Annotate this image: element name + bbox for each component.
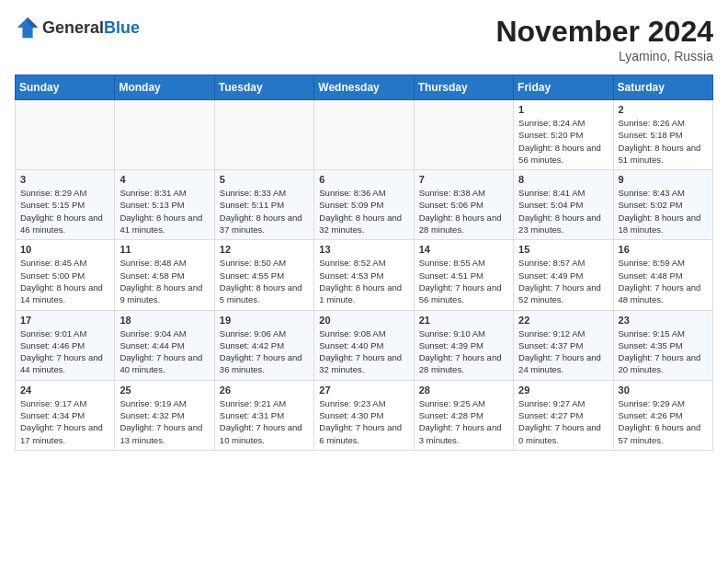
month-title: November 2024: [495, 15, 713, 49]
day-number: 20: [319, 315, 408, 326]
day-number: 25: [119, 385, 209, 396]
calendar-day-cell: 20Sunrise: 9:08 AM Sunset: 4:40 PM Dayli…: [314, 310, 414, 380]
logo-text: GeneralBlue: [42, 18, 140, 38]
day-info: Sunrise: 8:55 AM Sunset: 4:51 PM Dayligh…: [419, 257, 508, 305]
day-info: Sunrise: 8:29 AM Sunset: 5:15 PM Dayligh…: [20, 187, 109, 236]
day-number: 28: [419, 385, 508, 396]
calendar-day-cell: 5Sunrise: 8:33 AM Sunset: 5:11 PM Daylig…: [214, 170, 313, 240]
day-number: 13: [319, 244, 408, 255]
day-number: 30: [619, 385, 708, 396]
day-number: 6: [319, 174, 408, 185]
day-info: Sunrise: 9:12 AM Sunset: 4:37 PM Dayligh…: [518, 327, 608, 376]
day-number: 9: [619, 174, 708, 185]
page-header: GeneralBlue November 2024 Lyamino, Russi…: [15, 15, 713, 63]
calendar-day-cell: [115, 100, 214, 170]
day-number: 29: [518, 385, 608, 396]
calendar-day-cell: 30Sunrise: 9:29 AM Sunset: 4:26 PM Dayli…: [613, 380, 712, 450]
day-number: 12: [220, 244, 309, 255]
day-number: 5: [220, 174, 309, 185]
day-info: Sunrise: 9:10 AM Sunset: 4:39 PM Dayligh…: [419, 327, 508, 376]
day-of-week-header: Tuesday: [214, 75, 313, 100]
logo-general: General: [42, 18, 104, 37]
day-number: 4: [119, 174, 209, 185]
day-number: 19: [220, 315, 309, 326]
day-number: 14: [419, 244, 508, 255]
day-number: 22: [518, 315, 608, 326]
calendar-day-cell: 28Sunrise: 9:25 AM Sunset: 4:28 PM Dayli…: [414, 380, 513, 450]
day-info: Sunrise: 9:17 AM Sunset: 4:34 PM Dayligh…: [20, 397, 109, 446]
day-number: 11: [119, 244, 209, 255]
calendar-day-cell: [214, 100, 313, 170]
calendar-day-cell: 10Sunrise: 8:45 AM Sunset: 5:00 PM Dayli…: [16, 240, 115, 310]
calendar-day-cell: 25Sunrise: 9:19 AM Sunset: 4:32 PM Dayli…: [115, 380, 214, 450]
day-info: Sunrise: 8:26 AM Sunset: 5:18 PM Dayligh…: [619, 117, 708, 166]
logo-blue: Blue: [104, 18, 140, 37]
calendar-day-cell: 8Sunrise: 8:41 AM Sunset: 5:04 PM Daylig…: [514, 170, 613, 240]
day-info: Sunrise: 9:27 AM Sunset: 4:27 PM Dayligh…: [518, 397, 608, 446]
day-of-week-header: Saturday: [613, 75, 712, 100]
calendar-day-cell: 26Sunrise: 9:21 AM Sunset: 4:31 PM Dayli…: [214, 380, 313, 450]
day-number: 27: [319, 385, 408, 396]
day-number: 24: [20, 385, 109, 396]
day-of-week-header: Sunday: [16, 75, 115, 100]
day-info: Sunrise: 8:50 AM Sunset: 4:55 PM Dayligh…: [220, 257, 309, 305]
logo-icon: [15, 15, 40, 40]
calendar-day-cell: 18Sunrise: 9:04 AM Sunset: 4:44 PM Dayli…: [115, 310, 214, 380]
day-info: Sunrise: 9:08 AM Sunset: 4:40 PM Dayligh…: [319, 327, 408, 376]
calendar-day-cell: [314, 100, 414, 170]
calendar-day-cell: 14Sunrise: 8:55 AM Sunset: 4:51 PM Dayli…: [414, 240, 513, 310]
calendar-day-cell: 17Sunrise: 9:01 AM Sunset: 4:46 PM Dayli…: [16, 310, 115, 380]
day-info: Sunrise: 8:45 AM Sunset: 5:00 PM Dayligh…: [20, 257, 109, 305]
day-info: Sunrise: 9:25 AM Sunset: 4:28 PM Dayligh…: [419, 397, 508, 446]
day-number: 2: [619, 104, 708, 115]
day-number: 10: [20, 244, 109, 255]
calendar-day-cell: 7Sunrise: 8:38 AM Sunset: 5:06 PM Daylig…: [414, 170, 513, 240]
calendar-week-row: 1Sunrise: 8:24 AM Sunset: 5:20 PM Daylig…: [16, 100, 713, 170]
calendar-day-cell: 19Sunrise: 9:06 AM Sunset: 4:42 PM Dayli…: [214, 310, 313, 380]
calendar-day-cell: 1Sunrise: 8:24 AM Sunset: 5:20 PM Daylig…: [514, 100, 613, 170]
calendar-day-cell: 9Sunrise: 8:43 AM Sunset: 5:02 PM Daylig…: [613, 170, 712, 240]
day-number: 23: [619, 315, 708, 326]
day-info: Sunrise: 8:24 AM Sunset: 5:20 PM Dayligh…: [518, 117, 608, 166]
day-info: Sunrise: 9:19 AM Sunset: 4:32 PM Dayligh…: [119, 397, 209, 446]
day-info: Sunrise: 9:01 AM Sunset: 4:46 PM Dayligh…: [20, 327, 109, 376]
calendar-day-cell: 16Sunrise: 8:59 AM Sunset: 4:48 PM Dayli…: [613, 240, 712, 310]
calendar-day-cell: [414, 100, 513, 170]
calendar-week-row: 17Sunrise: 9:01 AM Sunset: 4:46 PM Dayli…: [16, 310, 713, 380]
calendar-day-cell: 2Sunrise: 8:26 AM Sunset: 5:18 PM Daylig…: [613, 100, 712, 170]
calendar-week-row: 24Sunrise: 9:17 AM Sunset: 4:34 PM Dayli…: [16, 380, 713, 450]
day-number: 21: [419, 315, 508, 326]
location: Lyamino, Russia: [495, 49, 713, 63]
calendar-day-cell: 29Sunrise: 9:27 AM Sunset: 4:27 PM Dayli…: [514, 380, 613, 450]
day-number: 7: [419, 174, 508, 185]
calendar-day-cell: 27Sunrise: 9:23 AM Sunset: 4:30 PM Dayli…: [314, 380, 414, 450]
day-number: 15: [518, 244, 608, 255]
day-info: Sunrise: 8:52 AM Sunset: 4:53 PM Dayligh…: [319, 257, 408, 305]
calendar-day-cell: 12Sunrise: 8:50 AM Sunset: 4:55 PM Dayli…: [214, 240, 313, 310]
calendar-week-row: 10Sunrise: 8:45 AM Sunset: 5:00 PM Dayli…: [16, 240, 713, 310]
calendar-day-cell: 21Sunrise: 9:10 AM Sunset: 4:39 PM Dayli…: [414, 310, 513, 380]
day-info: Sunrise: 9:15 AM Sunset: 4:35 PM Dayligh…: [619, 327, 708, 376]
calendar-day-cell: 24Sunrise: 9:17 AM Sunset: 4:34 PM Dayli…: [16, 380, 115, 450]
calendar-day-cell: 6Sunrise: 8:36 AM Sunset: 5:09 PM Daylig…: [314, 170, 414, 240]
day-info: Sunrise: 8:41 AM Sunset: 5:04 PM Dayligh…: [518, 187, 608, 236]
day-info: Sunrise: 8:57 AM Sunset: 4:49 PM Dayligh…: [518, 257, 608, 305]
day-of-week-header: Monday: [115, 75, 214, 100]
calendar-week-row: 3Sunrise: 8:29 AM Sunset: 5:15 PM Daylig…: [16, 170, 713, 240]
day-number: 26: [220, 385, 309, 396]
calendar-day-cell: 13Sunrise: 8:52 AM Sunset: 4:53 PM Dayli…: [314, 240, 414, 310]
calendar-table: SundayMondayTuesdayWednesdayThursdayFrid…: [15, 75, 713, 451]
day-info: Sunrise: 8:48 AM Sunset: 4:58 PM Dayligh…: [119, 257, 209, 305]
day-info: Sunrise: 9:04 AM Sunset: 4:44 PM Dayligh…: [119, 327, 209, 376]
day-of-week-header: Wednesday: [314, 75, 414, 100]
calendar-header-row: SundayMondayTuesdayWednesdayThursdayFrid…: [16, 75, 713, 100]
calendar-day-cell: 22Sunrise: 9:12 AM Sunset: 4:37 PM Dayli…: [514, 310, 613, 380]
day-number: 16: [619, 244, 708, 255]
day-number: 8: [518, 174, 608, 185]
day-number: 17: [20, 315, 109, 326]
day-info: Sunrise: 8:36 AM Sunset: 5:09 PM Dayligh…: [319, 187, 408, 236]
calendar-day-cell: 11Sunrise: 8:48 AM Sunset: 4:58 PM Dayli…: [115, 240, 214, 310]
day-info: Sunrise: 9:29 AM Sunset: 4:26 PM Dayligh…: [619, 397, 708, 446]
day-info: Sunrise: 9:06 AM Sunset: 4:42 PM Dayligh…: [220, 327, 309, 376]
day-number: 1: [518, 104, 608, 115]
